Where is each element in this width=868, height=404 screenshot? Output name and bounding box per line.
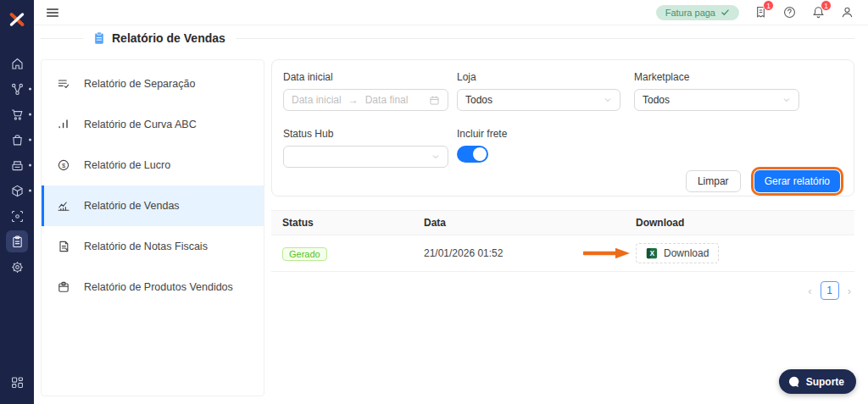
status-badge: Gerado (282, 247, 327, 261)
include-shipping-label: Incluir frete (457, 128, 507, 140)
date-end-placeholder[interactable]: Data final (365, 94, 409, 106)
apps-icon[interactable] (6, 371, 28, 393)
printer-icon[interactable] (6, 154, 28, 176)
help-icon[interactable] (782, 5, 797, 19)
menu-item-relatorio-curva-abc[interactable]: Relatório de Curva ABC (42, 104, 264, 145)
page-header: Relatório de Vendas (41, 30, 854, 46)
dollar-circle-icon: $ (57, 158, 70, 172)
list-check-icon (57, 77, 70, 91)
menu-item-label: Relatório de Vendas (84, 200, 180, 212)
home-icon[interactable] (6, 53, 28, 75)
app-logo[interactable] (0, 11, 34, 28)
integrations-icon[interactable] (6, 78, 28, 100)
bell-notification-count: 1 (821, 0, 832, 11)
store-select[interactable]: Todos (457, 89, 620, 111)
toggle-knob (473, 147, 487, 161)
marketplace-label: Marketplace (634, 71, 799, 83)
menu-item-label: Relatório de Notas Fiscais (84, 241, 208, 252)
column-header-download: Download (636, 217, 854, 229)
pagination-page-1[interactable]: 1 (821, 281, 839, 300)
date-range-label: Data inicial (283, 71, 448, 83)
clipboard-icon (93, 31, 105, 45)
hamburger-icon[interactable] (45, 5, 60, 20)
invoice-notification-count: 1 (763, 0, 774, 11)
product-box-icon (57, 280, 70, 294)
invoice-sync-icon[interactable]: 1 (754, 5, 768, 19)
chevron-down-icon (604, 96, 612, 104)
invoice-icon (57, 240, 70, 253)
bell-icon[interactable]: 1 (811, 5, 826, 19)
menu-item-label: Relatório de Produtos Vendidos (84, 281, 233, 293)
invoice-status-label: Fatura paga (665, 8, 715, 18)
package-icon[interactable] (6, 180, 28, 202)
report-filters-card: Data inicial Data inicial → Data final L… (271, 59, 854, 196)
marketplace-value: Todos (643, 94, 670, 106)
topbar: Fatura paga 1 1 (34, 0, 868, 25)
svg-text:$: $ (62, 162, 66, 169)
annotation-arrow-icon (583, 247, 631, 259)
menu-item-relatorio-separacao[interactable]: Relatório de Separação (42, 64, 264, 104)
chat-bubble-icon (787, 375, 800, 388)
include-shipping-toggle[interactable] (457, 146, 488, 163)
divider-line (41, 38, 83, 39)
marketplace-select[interactable]: Todos (634, 89, 799, 111)
status-hub-label: Status Hub (283, 128, 448, 140)
page-title: Relatório de Vendas (112, 31, 225, 45)
excel-icon: X (646, 247, 658, 259)
support-button[interactable]: Suporte (779, 369, 856, 394)
store-label: Loja (457, 71, 620, 83)
table-row: Gerado 21/01/2026 01:52 X Download (271, 235, 854, 272)
app-window: Fatura paga 1 1 (0, 0, 868, 404)
download-button-label: Download (664, 247, 709, 259)
topbar-actions: Fatura paga 1 1 (656, 5, 854, 20)
clear-button[interactable]: Limpar (686, 170, 741, 192)
line-chart-icon (57, 199, 70, 213)
svg-text:X: X (649, 249, 654, 257)
nav-rail (0, 0, 34, 404)
invoice-status-badge[interactable]: Fatura paga (656, 5, 739, 20)
calendar-icon (429, 95, 440, 106)
divider-line (236, 38, 854, 39)
nav-rail-items (0, 53, 34, 278)
bag-icon[interactable] (6, 129, 28, 151)
cart-icon[interactable] (6, 103, 28, 125)
gear-icon[interactable] (6, 256, 28, 278)
menu-item-relatorio-vendas[interactable]: Relatório de Vendas (42, 185, 264, 226)
logo-x-icon (8, 11, 25, 28)
menu-item-relatorio-lucro[interactable]: $ Relatório de Lucro (42, 145, 264, 185)
column-header-status: Status (282, 217, 424, 229)
date-range-picker[interactable]: Data inicial → Data final (283, 89, 448, 111)
menu-item-relatorio-notas-fiscais[interactable]: Relatório de Notas Fiscais (42, 226, 264, 267)
chevron-down-icon (782, 96, 791, 104)
menu-item-label: Relatório de Lucro (84, 159, 170, 171)
scan-icon[interactable] (6, 205, 28, 227)
report-menu: Relatório de Separação Relatório de Curv… (41, 59, 264, 396)
reports-icon[interactable] (6, 230, 28, 252)
pagination: ‹ 1 › (271, 281, 854, 300)
check-icon (721, 8, 730, 17)
download-button[interactable]: X Download (636, 243, 719, 263)
date-start-placeholder[interactable]: Data inicial (292, 94, 342, 106)
user-icon[interactable] (840, 5, 854, 19)
table-header-row: Status Data Download (271, 210, 854, 235)
pagination-prev-icon[interactable]: ‹ (808, 285, 811, 296)
store-value: Todos (465, 94, 492, 106)
column-header-data: Data (424, 217, 636, 229)
status-hub-select[interactable] (283, 146, 448, 168)
date-range-separator: → (348, 94, 359, 106)
pagination-next-icon[interactable]: › (848, 285, 851, 296)
report-table: Status Data Download Gerado 21/01/2026 0… (271, 210, 854, 300)
menu-item-relatorio-produtos-vendidos[interactable]: Relatório de Produtos Vendidos (42, 267, 264, 307)
generate-report-button[interactable]: Gerar relatório (754, 170, 840, 192)
chevron-down-icon (431, 152, 440, 161)
support-button-label: Suporte (806, 376, 844, 388)
menu-item-label: Relatório de Separação (84, 78, 195, 90)
menu-item-label: Relatório de Curva ABC (84, 119, 197, 130)
bar-chart-icon (57, 118, 70, 131)
